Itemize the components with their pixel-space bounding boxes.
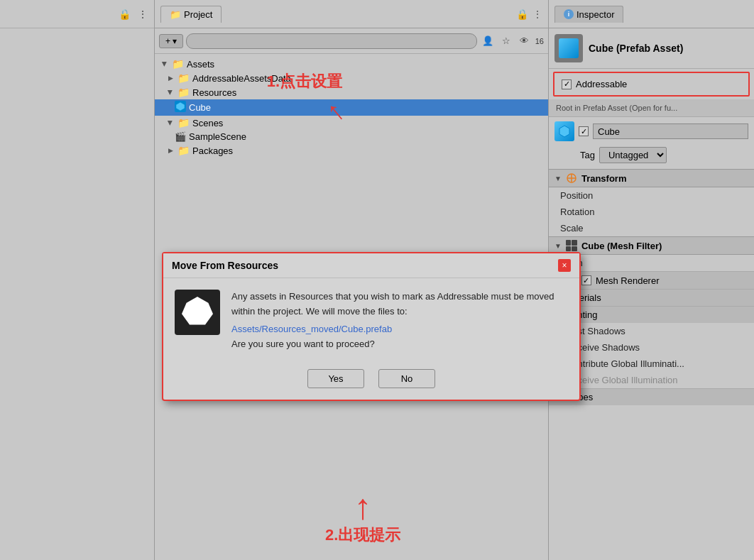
project-toolbar: + ▾ 👤 ☆ 👁 16 (155, 28, 548, 54)
annotation-2-arrow: ↑ (325, 489, 400, 525)
scenes-arrow: ▶ (166, 119, 175, 127)
addressable-checkbox[interactable]: ✓ (562, 79, 572, 89)
packages-folder-icon: 📁 (177, 145, 190, 156)
packages-arrow: ▶ (166, 146, 175, 155)
rotation-label: Rotation (560, 207, 594, 217)
annotation-1-text: 1.点击设置 (267, 71, 342, 92)
info-message: Root in Prefab Asset (Open for fu... (549, 99, 754, 117)
transform-label: Transform (581, 173, 627, 184)
dialog-path: Assets/Resources_moved/Cube.prefab (231, 324, 568, 334)
dialog-title: Move From Resources (172, 260, 278, 271)
left-content (0, 28, 154, 560)
file-tree: ▶ 📁 Assets ▶ 📁 AddressableAssetsData ▶ 📁… (155, 54, 548, 160)
annotation-1: 1.点击设置 ↑ (267, 71, 342, 127)
cube-name-input[interactable] (593, 123, 748, 139)
packages-label: Packages (192, 146, 233, 156)
position-row: Position (549, 187, 754, 204)
receive-gi-label: Receive Global Illumination (566, 375, 678, 385)
transform-icon (566, 172, 577, 184)
dialog-title-bar: Move From Resources × (163, 253, 579, 278)
mesh-renderer-label: Mesh Renderer (596, 275, 660, 286)
inspector-tab-icon: i (564, 9, 574, 19)
addressable-label: Addressable (576, 79, 627, 89)
prefab-title: Cube (Prefab Asset) (589, 43, 683, 54)
scenes-folder-icon: 📁 (177, 117, 190, 128)
tree-item-samplescene[interactable]: 🎬 SampleScene (155, 130, 548, 143)
inspector-tab[interactable]: i Inspector (554, 6, 623, 23)
tab-icons: 🔒 ⋮ (516, 9, 542, 20)
resources-arrow: ▶ (166, 88, 175, 97)
dialog: Move From Resources × Any assets in Reso… (162, 252, 581, 401)
addressable-bar: ✓ Addressable (553, 72, 750, 97)
samplescene-label: SampleScene (189, 131, 246, 142)
cube-label: Cube (189, 102, 211, 113)
tree-item-addressable[interactable]: ▶ 📁 AddressableAssetsData (155, 71, 548, 85)
rotation-row: Rotation (549, 204, 754, 220)
dialog-buttons: Yes No (163, 361, 579, 400)
position-label: Position (560, 190, 593, 201)
dialog-close-button[interactable]: × (558, 259, 571, 272)
folder-icon: 📁 (170, 9, 181, 20)
prefab-icon-inner (559, 38, 579, 58)
prefab-header: Cube (Prefab Asset) (549, 28, 754, 69)
addressable-arrow: ▶ (166, 74, 175, 82)
inspector-tab-bar: i Inspector (549, 0, 754, 28)
dialog-yes-button[interactable]: Yes (307, 369, 364, 388)
transform-arrow: ▼ (554, 175, 562, 182)
center-panel: 📁 Project 🔒 ⋮ + ▾ 👤 ☆ 👁 16 ▶ 📁 Assets ▶ … (155, 0, 548, 560)
tree-item-packages[interactable]: ▶ 📁 Packages (155, 143, 548, 158)
annotation-2-text: 2.出现提示 (325, 525, 400, 546)
dialog-question: Are you sure you want to proceed? (231, 339, 568, 349)
scene-icon: 🎬 (175, 131, 186, 142)
search-input[interactable] (186, 33, 476, 49)
addressable-folder-icon: 📁 (177, 72, 190, 84)
tree-item-resources[interactable]: ▶ 📁 Resources (155, 85, 548, 99)
project-lock-icon[interactable]: 🔒 (516, 9, 528, 20)
project-tab[interactable]: 📁 Project (160, 6, 222, 23)
prefab-icon (554, 34, 583, 62)
cube-name-row: ✓ (549, 117, 754, 146)
tree-item-cube[interactable]: Cube (155, 99, 548, 116)
contribute-gi-label: Contribute Global Illuminati... (566, 358, 684, 369)
assets-arrow: ▶ (160, 60, 169, 68)
mesh-renderer-checkbox[interactable]: ✓ (581, 275, 591, 285)
dots-icon[interactable]: ⋮ (136, 7, 150, 21)
tree-item-scenes[interactable]: ▶ 📁 Scenes (155, 116, 548, 130)
project-dots-icon[interactable]: ⋮ (532, 9, 542, 20)
mesh-filter-icon (566, 240, 577, 251)
inspector-tab-label: Inspector (577, 9, 614, 20)
tag-label: Tag (580, 150, 595, 160)
scale-label: Scale (560, 223, 584, 234)
checkmark: ✓ (564, 79, 570, 89)
tree-item-assets[interactable]: ▶ 📁 Assets (155, 57, 548, 71)
add-button[interactable]: + ▾ (159, 34, 183, 48)
assets-folder-icon: 📁 (172, 58, 184, 70)
tag-dropdown[interactable]: Untagged (599, 147, 667, 163)
active-checkbox[interactable]: ✓ (579, 126, 589, 136)
dialog-body: Any assets in Resources that you wish to… (163, 278, 579, 361)
transform-section-header[interactable]: ▼ Transform (549, 169, 754, 187)
left-top-bar: 🔒 ⋮ (0, 0, 154, 28)
dialog-text-area: Any assets in Resources that you wish to… (231, 290, 568, 349)
eye-icon[interactable]: 👁 (517, 33, 532, 49)
cube-icon-blue (554, 121, 574, 141)
assets-label: Assets (187, 59, 214, 70)
scenes-label: Scenes (192, 118, 223, 128)
tag-row: Tag Untagged (549, 146, 754, 169)
left-panel: 🔒 ⋮ (0, 0, 155, 560)
unity-logo (175, 290, 220, 335)
project-tab-label: Project (184, 9, 212, 20)
info-text: Root in Prefab Asset (Open for fu... (556, 104, 677, 112)
dialog-no-button[interactable]: No (378, 369, 435, 388)
annotation-2: ↑ 2.出现提示 (325, 489, 400, 546)
avatar-icon[interactable]: 👤 (480, 33, 496, 49)
resources-label: Resources (192, 87, 236, 98)
dialog-body-text: Any assets in Resources that you wish to… (231, 290, 568, 319)
mesh-filter-arrow: ▼ (554, 242, 562, 250)
star-icon[interactable]: ☆ (498, 33, 514, 49)
eye-count: 16 (535, 37, 544, 45)
scale-row: Scale (549, 220, 754, 236)
lock-icon[interactable]: 🔒 (117, 7, 131, 21)
prefab-title-area: Cube (Prefab Asset) (589, 43, 683, 54)
resources-folder-icon: 📁 (177, 87, 190, 98)
